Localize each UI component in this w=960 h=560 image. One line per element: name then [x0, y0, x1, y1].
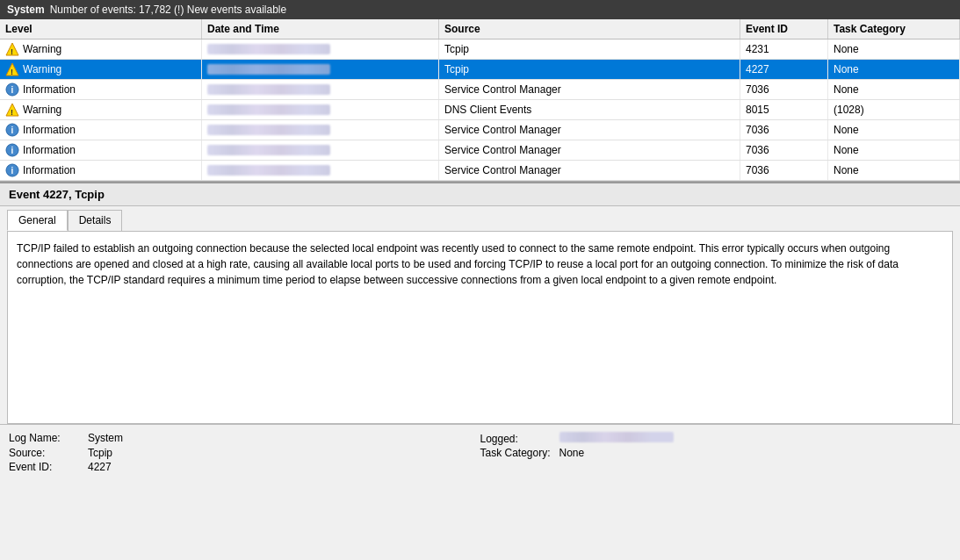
cell-eventid: 7036 [740, 161, 828, 180]
source-label: Source: [9, 447, 88, 459]
svg-text:i: i [11, 126, 14, 135]
col-header-eventid: Event ID [740, 19, 828, 39]
table-row[interactable]: ! Warning DNS Client Events 8015 (1028) [0, 100, 960, 120]
cell-level: ! Warning [0, 100, 202, 119]
task-category-value: None [559, 447, 585, 459]
cell-datetime [202, 161, 439, 180]
event-id-label: Event ID: [9, 461, 88, 473]
source-value: Tcpip [88, 447, 112, 459]
cell-taskcategory: None [828, 80, 960, 99]
table-row[interactable]: i Information Service Control Manager 70… [0, 140, 960, 161]
table-body: ! Warning Tcpip 4231 None ! Warning Tcpi… [0, 39, 960, 181]
app-title: System [7, 4, 45, 16]
table-row[interactable]: ! Warning Tcpip 4231 None [0, 39, 960, 60]
cell-datetime [202, 120, 439, 140]
table-row[interactable]: i Information Service Control Manager 70… [0, 120, 960, 140]
event-id-row: Event ID: 4227 [9, 461, 480, 473]
tab-bar: General Details [0, 206, 960, 231]
cell-level: i Information [0, 140, 202, 160]
svg-text:!: ! [11, 47, 13, 56]
cell-taskcategory: None [828, 39, 960, 59]
svg-text:i: i [11, 146, 14, 155]
general-text: TCP/IP failed to establish an outgoing c… [17, 241, 943, 288]
task-category-label: Task Category: [480, 447, 559, 459]
logged-value [559, 432, 674, 442]
cell-datetime [202, 39, 439, 59]
cell-source: DNS Client Events [439, 100, 740, 119]
detail-title: Event 4227, Tcpip [0, 182, 960, 206]
cell-level: ! Warning [0, 60, 202, 79]
cell-eventid: 4227 [740, 60, 828, 79]
svg-text:!: ! [11, 108, 13, 117]
cell-datetime [202, 60, 439, 79]
detail-panel: Event 4227, Tcpip General Details TCP/IP… [0, 182, 960, 480]
cell-source: Tcpip [439, 39, 740, 59]
info-icon: i [5, 83, 19, 97]
svg-text:i: i [11, 85, 14, 95]
cell-taskcategory: (1028) [828, 100, 960, 119]
log-name-label: Log Name: [9, 432, 88, 444]
cell-level: i Information [0, 161, 202, 180]
cell-eventid: 4231 [740, 39, 828, 59]
col-header-taskcategory: Task Category [828, 19, 960, 39]
title-bar: System Number of events: 17,782 (!) New … [0, 0, 960, 19]
info-icon: i [5, 143, 19, 157]
cell-taskcategory: None [828, 120, 960, 140]
bottom-info: Log Name: System Logged: Source: Tcpip T… [0, 425, 960, 480]
cell-taskcategory: None [828, 161, 960, 180]
svg-text:!: ! [11, 68, 13, 76]
table-row[interactable]: i Information Service Control Manager 70… [0, 161, 960, 181]
col-header-datetime: Date and Time [202, 19, 439, 39]
log-name-row: Log Name: System [9, 432, 480, 445]
tab-details[interactable]: Details [68, 210, 123, 231]
warning-icon: ! [5, 103, 19, 117]
table-header: Level Date and Time Source Event ID Task… [0, 19, 960, 39]
cell-eventid: 7036 [740, 140, 828, 160]
cell-datetime [202, 100, 439, 119]
cell-source: Service Control Manager [439, 120, 740, 140]
cell-taskcategory: None [828, 140, 960, 160]
log-name-value: System [88, 432, 123, 444]
cell-level: ! Warning [0, 39, 202, 59]
tab-general[interactable]: General [7, 210, 68, 231]
cell-eventid: 7036 [740, 80, 828, 99]
cell-level: i Information [0, 120, 202, 140]
event-list-section: Level Date and Time Source Event ID Task… [0, 19, 960, 182]
cell-source: Tcpip [439, 60, 740, 79]
tab-content-general: TCP/IP failed to establish an outgoing c… [7, 231, 953, 424]
info-icon: i [5, 123, 19, 137]
warning-icon: ! [5, 62, 19, 76]
logged-label: Logged: [480, 433, 559, 445]
logged-row: Logged: [480, 432, 952, 445]
status-text: Number of events: 17,782 (!) New events … [50, 4, 286, 16]
source-row: Source: Tcpip [9, 447, 480, 459]
cell-datetime [202, 140, 439, 160]
info-icon: i [5, 163, 19, 177]
col-header-source: Source [439, 19, 740, 39]
cell-datetime [202, 80, 439, 99]
task-category-row: Task Category: None [480, 447, 952, 459]
table-row[interactable]: ! Warning Tcpip 4227 None [0, 60, 960, 80]
cell-taskcategory: None [828, 60, 960, 79]
table-row[interactable]: i Information Service Control Manager 70… [0, 80, 960, 100]
col-header-level: Level [0, 19, 202, 39]
cell-source: Service Control Manager [439, 140, 740, 160]
cell-source: Service Control Manager [439, 80, 740, 99]
cell-level: i Information [0, 80, 202, 99]
event-id-value: 4227 [88, 461, 112, 473]
cell-eventid: 8015 [740, 100, 828, 119]
cell-source: Service Control Manager [439, 161, 740, 180]
svg-text:i: i [11, 166, 14, 176]
warning-icon: ! [5, 42, 19, 56]
cell-eventid: 7036 [740, 120, 828, 140]
